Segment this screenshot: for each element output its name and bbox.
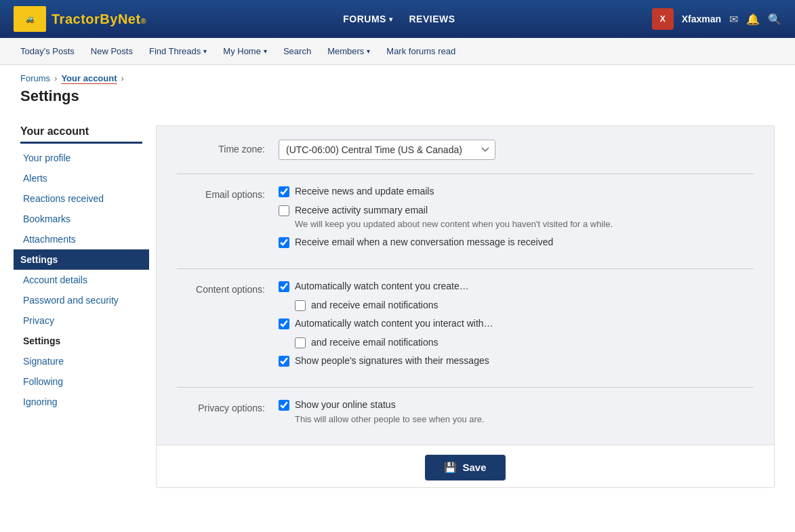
content-check-1-input[interactable] <box>279 281 289 292</box>
sidebar-item-ignoring[interactable]: Ignoring <box>20 392 142 412</box>
sidebar-item-attachments[interactable]: Attachments <box>20 229 142 249</box>
content-check-4-input[interactable] <box>295 337 306 348</box>
email-check-1-label: Receive news and update emails <box>295 185 434 199</box>
content-check-3-label: Automatically watch content you interact… <box>295 317 493 331</box>
sidebar-item-your-profile[interactable]: Your profile <box>20 148 142 168</box>
logo-icon: 🚜 <box>14 6 46 32</box>
search-link[interactable]: Search <box>277 41 318 62</box>
sidebar-item-privacy[interactable]: Privacy <box>20 310 142 331</box>
members-link[interactable]: Members ▾ <box>321 41 377 62</box>
content-options-label: Content options: <box>177 280 265 295</box>
secondary-navigation: Today's Posts New Posts Find Threads ▾ M… <box>0 38 795 65</box>
content-check-5: Show people's signatures with their mess… <box>279 354 754 368</box>
sidebar-item-alerts[interactable]: Alerts <box>20 168 142 188</box>
timezone-label: Time zone: <box>177 140 265 155</box>
new-posts-link[interactable]: New Posts <box>84 41 140 62</box>
content-area: Your account Your profile Alerts Reactio… <box>0 112 795 502</box>
email-options-label: Email options: <box>177 185 265 200</box>
breadcrumb: Forums › Your account › <box>20 73 775 83</box>
content-check-4: and receive email notifications <box>295 336 754 350</box>
todays-posts-link[interactable]: Today's Posts <box>14 41 81 62</box>
email-check-3-input[interactable] <box>279 237 289 248</box>
timezone-content: (UTC-06:00) Central Time (US & Canada) <box>279 140 754 160</box>
top-navigation: 🚜 TractorByNet® FORUMS ▾ REVIEWS X Xfaxm… <box>0 0 795 38</box>
notifications-icon[interactable]: 🔔 <box>746 13 760 26</box>
privacy-check-1: Show your online status This will allow … <box>279 398 754 426</box>
email-check-2-label: Receive activity summary email <box>295 204 613 218</box>
save-btn-row: 💾 Save <box>157 445 774 487</box>
content-check-2: and receive email notifications <box>295 299 754 312</box>
content-check-3: Automatically watch content you interact… <box>279 317 754 331</box>
sidebar-section-title: Your account <box>20 125 142 144</box>
email-check-2-input[interactable] <box>279 205 289 216</box>
email-options-content: Receive news and update emails Receive a… <box>279 185 754 255</box>
logo-text: TractorByNet® <box>52 12 146 27</box>
breadcrumb-forums[interactable]: Forums <box>20 73 50 83</box>
email-check-3-label: Receive email when a new conversation me… <box>295 236 553 249</box>
sidebar-item-settings-second[interactable]: Settings <box>20 331 142 351</box>
email-check-1: Receive news and update emails <box>279 185 754 199</box>
sidebar-item-reactions[interactable]: Reactions received <box>20 188 142 209</box>
email-check-3: Receive email when a new conversation me… <box>279 236 754 249</box>
content-options-row: Content options: Automatically watch con… <box>177 280 754 373</box>
breadcrumb-your-account[interactable]: Your account <box>61 73 117 83</box>
sidebar-item-password-security[interactable]: Password and security <box>20 290 142 310</box>
content-check-1-label: Automatically watch content you create… <box>295 280 469 293</box>
sidebar-item-following[interactable]: Following <box>20 371 142 392</box>
sidebar-item-signature[interactable]: Signature <box>20 351 142 371</box>
reviews-nav-link[interactable]: REVIEWS <box>409 14 455 24</box>
members-chevron-icon: ▾ <box>367 47 370 55</box>
tractor-icon: 🚜 <box>26 16 34 23</box>
forums-chevron-icon: ▾ <box>389 16 393 23</box>
breadcrumb-section: Forums › Your account › <box>0 65 795 83</box>
content-check-5-label: Show people's signatures with their mess… <box>295 354 489 368</box>
sidebar-item-bookmarks[interactable]: Bookmarks <box>20 209 142 229</box>
content-check-5-input[interactable] <box>279 356 289 367</box>
top-nav-links: FORUMS ▾ REVIEWS <box>167 14 631 24</box>
privacy-options-content: Show your online status This will allow … <box>279 398 754 431</box>
find-threads-chevron-icon: ▾ <box>203 47 207 55</box>
logo[interactable]: 🚜 TractorByNet® <box>14 6 146 32</box>
privacy-options-row: Privacy options: Show your online status… <box>177 398 754 431</box>
page-title: Settings <box>0 87 795 112</box>
privacy-check-1-sub: This will allow other people to see when… <box>295 413 485 426</box>
content-check-1: Automatically watch content you create… <box>279 280 754 293</box>
sidebar-item-account-details[interactable]: Account details <box>20 270 142 290</box>
email-check-1-input[interactable] <box>279 186 289 197</box>
email-check-2: Receive activity summary email We will k… <box>279 204 754 231</box>
timezone-select[interactable]: (UTC-06:00) Central Time (US & Canada) <box>279 140 495 160</box>
main-settings-panel: Time zone: (UTC-06:00) Central Time (US … <box>156 125 775 488</box>
content-check-2-input[interactable] <box>295 300 306 311</box>
content-check-4-label: and receive email notifications <box>311 336 439 350</box>
content-options-content: Automatically watch content you create… … <box>279 280 754 373</box>
mark-forums-read-link[interactable]: Mark forums read <box>380 41 462 62</box>
my-home-link[interactable]: My Home ▾ <box>216 41 274 62</box>
my-home-chevron-icon: ▾ <box>264 47 267 55</box>
save-button[interactable]: 💾 Save <box>425 455 505 480</box>
search-icon[interactable]: 🔍 <box>768 13 781 26</box>
privacy-options-label: Privacy options: <box>177 398 265 413</box>
find-threads-link[interactable]: Find Threads ▾ <box>142 41 213 62</box>
breadcrumb-separator: › <box>54 73 57 83</box>
top-nav-right: X Xfaxman ✉ 🔔 🔍 <box>652 8 781 30</box>
save-icon: 💾 <box>444 462 457 474</box>
email-check-2-sub: We will keep you updated about new conte… <box>295 218 613 230</box>
privacy-check-1-input[interactable] <box>279 400 289 411</box>
sidebar: Your account Your profile Alerts Reactio… <box>20 125 156 488</box>
username-label: Xfaxman <box>682 14 721 24</box>
privacy-check-1-label: Show your online status <box>295 398 485 412</box>
messages-icon[interactable]: ✉ <box>729 13 738 26</box>
forums-nav-link[interactable]: FORUMS ▾ <box>343 14 392 24</box>
avatar: X <box>652 8 674 30</box>
sidebar-item-settings-active[interactable]: Settings <box>14 249 149 270</box>
content-check-2-label: and receive email notifications <box>311 299 439 312</box>
breadcrumb-separator2: › <box>121 73 124 83</box>
content-check-3-input[interactable] <box>279 319 289 329</box>
email-options-row: Email options: Receive news and update e… <box>177 185 754 255</box>
timezone-row: Time zone: (UTC-06:00) Central Time (US … <box>177 140 754 160</box>
